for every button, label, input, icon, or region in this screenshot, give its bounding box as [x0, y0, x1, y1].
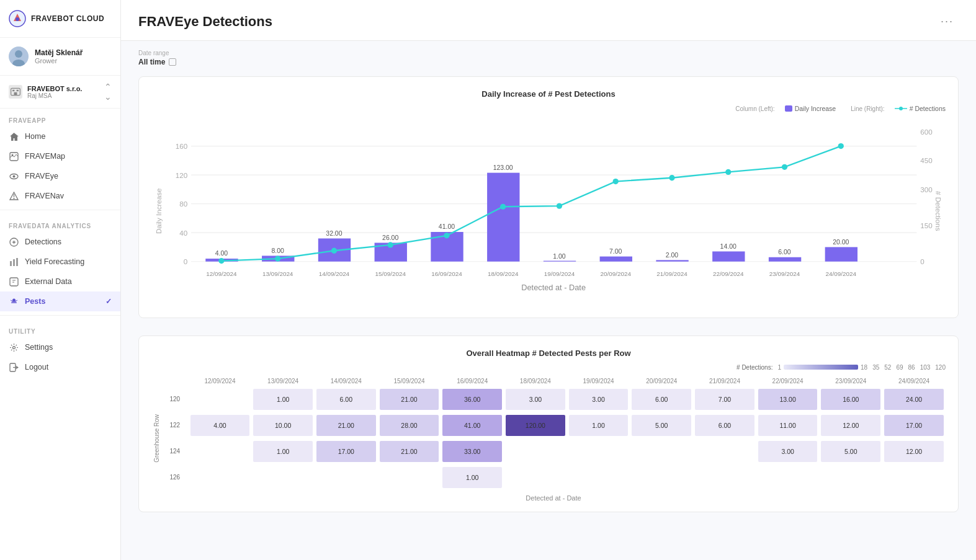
user-name: Matěj Sklenář [35, 48, 83, 57]
heatmap-cell-120-7: 6.00 [630, 386, 693, 412]
heatmap-col-header-6: 19/09/2024 [567, 376, 630, 386]
frave-app-section-label: FRAVEApp [0, 109, 120, 127]
svg-text:32.00: 32.00 [326, 230, 342, 237]
heatmap-cell-122-7: 5.00 [630, 412, 693, 438]
heatmap-cell-126-7 [630, 464, 693, 491]
heatmap-cell-126-11 [882, 464, 946, 491]
heatmap-cell-122-3: 28.00 [378, 412, 441, 438]
heatmap-cell-120-1: 1.00 [251, 386, 315, 412]
heatmap-table: 12/09/2024 13/09/2024 14/09/2024 15/09/2… [161, 376, 946, 491]
sidebar-item-fravemap-label: FRAVEMap [25, 152, 65, 161]
svg-text:6.00: 6.00 [778, 249, 791, 256]
fravemap-icon [9, 151, 19, 161]
detect-point-9 [725, 169, 731, 175]
sidebar-item-fraveeye[interactable]: FRAVEye [0, 166, 120, 186]
bar-chart-svg: Daily Increase # Detections 0 40 80 120 … [151, 117, 946, 305]
sidebar-item-logout-label: Logout [25, 363, 48, 371]
sidebar-item-pests[interactable]: Pests ✓ [0, 291, 120, 311]
heatmap-cell-124-7 [630, 438, 693, 464]
heatmap-cell-126-10 [819, 464, 882, 491]
svg-rect-9 [14, 92, 17, 96]
detect-point-8 [669, 175, 674, 180]
heatmap-cell-120-3: 21.00 [378, 386, 441, 412]
svg-text:13/09/2024: 13/09/2024 [262, 270, 293, 277]
heatmap-cell-126-1 [251, 464, 315, 491]
detect-point-11 [838, 143, 844, 149]
heatmap-cell-124-6 [567, 438, 630, 464]
heatmap-cell-122-1: 10.00 [251, 412, 315, 438]
heatmap-col-header-2: 14/09/2024 [315, 376, 378, 386]
svg-text:0: 0 [920, 257, 925, 265]
svg-text:0: 0 [184, 257, 188, 265]
settings-icon [9, 342, 19, 352]
sidebar: FRAVEBOT CLOUD Matěj Sklenář Grower [0, 0, 121, 560]
heatmap-x-axis-label: Detected at - Date [161, 494, 946, 502]
heatmap-title: Overall Heatmap # Detected Pests per Row [151, 349, 946, 358]
heatmap-cell-120-0 [189, 386, 252, 412]
svg-text:120: 120 [176, 171, 188, 179]
sidebar-item-fravemap[interactable]: FRAVEMap [0, 146, 120, 166]
svg-rect-18 [10, 261, 12, 266]
svg-rect-20 [16, 258, 18, 266]
detect-point-4 [444, 233, 449, 238]
heatmap-cell-124-8 [693, 438, 756, 464]
heatmap-cell-126-4: 1.00 [441, 464, 504, 491]
svg-text:450: 450 [920, 156, 933, 164]
user-role: Grower [35, 57, 83, 64]
svg-text:Detected at - Date: Detected at - Date [521, 283, 586, 292]
heatmap-cell-122-6: 1.00 [567, 412, 630, 438]
bar-11 [825, 247, 857, 261]
svg-text:160: 160 [176, 142, 188, 150]
heatmap-cell-122-4: 41.00 [441, 412, 504, 438]
svg-text:600: 600 [920, 128, 933, 136]
heatmap-row-label-124: 124 [161, 438, 189, 464]
sidebar-item-logout[interactable]: Logout [0, 357, 120, 377]
heatmap-cell-124-4: 33.00 [441, 438, 504, 464]
svg-rect-8 [17, 90, 19, 91]
sidebar-item-pests-label: Pests [25, 297, 45, 306]
heatmap-col-header-7: 20/09/2024 [630, 376, 693, 386]
heatmap-cell-120-4: 36.00 [441, 386, 504, 412]
org-chevron-icon[interactable]: ⌃⌄ [104, 82, 112, 102]
heatmap-row-124: 1241.0017.0021.0033.003.005.0012.00 [161, 438, 946, 464]
heatmap-col-header-10: 23/09/2024 [819, 376, 882, 386]
svg-text:150: 150 [920, 221, 933, 229]
svg-text:300: 300 [920, 185, 933, 193]
detect-point-6 [557, 203, 562, 208]
svg-text:14/09/2024: 14/09/2024 [319, 270, 350, 277]
sidebar-item-yield-label: Yield Forecasting [25, 257, 84, 266]
more-options-button[interactable]: ··· [936, 12, 959, 30]
svg-text:8.00: 8.00 [271, 247, 284, 254]
legend-detections: # Detections [895, 105, 946, 112]
utility-section-label: Utility [0, 319, 120, 337]
date-range-value: All time [138, 58, 959, 66]
sidebar-item-settings[interactable]: Settings [0, 337, 120, 357]
svg-text:40: 40 [179, 229, 187, 237]
heatmap-cell-126-0 [189, 464, 252, 491]
detect-point-10 [782, 164, 787, 170]
sidebar-item-fravenav[interactable]: FRAVENav [0, 186, 120, 206]
svg-text:15/09/2024: 15/09/2024 [375, 270, 406, 277]
calendar-icon[interactable] [169, 58, 176, 66]
heatmap-col-header-5: 18/09/2024 [504, 376, 567, 386]
sidebar-item-external[interactable]: External Data [0, 272, 120, 291]
heatmap-cell-120-11: 24.00 [882, 386, 946, 412]
heatmap-card: Overall Heatmap # Detected Pests per Row… [138, 336, 959, 512]
sidebar-item-home[interactable]: Home [0, 127, 120, 146]
detect-point-2 [331, 248, 337, 254]
sidebar-item-detections[interactable]: Detections [0, 232, 120, 252]
svg-text:12/09/2024: 12/09/2024 [206, 270, 237, 277]
heatmap-cell-126-3 [378, 464, 441, 491]
sidebar-item-fraveeye-label: FRAVEye [25, 172, 58, 180]
svg-text:16/09/2024: 16/09/2024 [431, 270, 462, 277]
heatmap-cell-124-11: 12.00 [882, 438, 946, 464]
svg-text:26.00: 26.00 [382, 234, 398, 241]
sidebar-item-detections-label: Detections [25, 238, 61, 246]
heatmap-cell-120-9: 13.00 [756, 386, 820, 412]
sidebar-item-home-label: Home [25, 132, 45, 141]
heatmap-body: Greenhouse Row 12/09/2024 13/09/2024 14/… [151, 376, 946, 502]
charts-container: Daily Increase of # Pest Detections Colu… [121, 69, 976, 530]
svg-text:2.00: 2.00 [666, 252, 679, 259]
org-section[interactable]: FRAVEBOT s.r.o. Raj MSA ⌃⌄ [0, 76, 120, 109]
sidebar-item-yield[interactable]: Yield Forecasting [0, 252, 120, 272]
